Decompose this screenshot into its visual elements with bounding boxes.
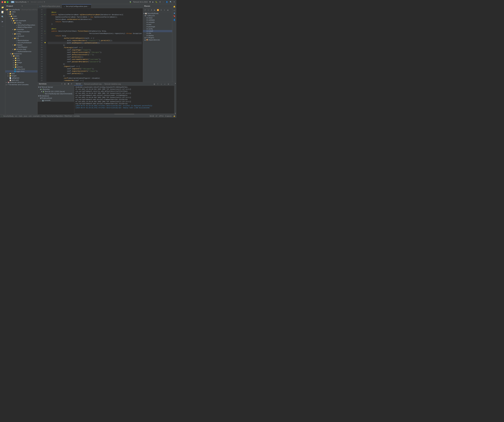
log-tab-catalina[interactable]: Tomcat Catalina Log — [103, 82, 122, 86]
maven-test[interactable]: ⚙ test — [143, 23, 172, 26]
tree-account[interactable]: ☕ Account — [5, 35, 37, 37]
maven-deploy[interactable]: ⚙ deploy — [143, 34, 172, 37]
sidebar-more-icon[interactable]: ⋯ — [0, 24, 5, 28]
tree-js[interactable]: ▶ 📁 js — [5, 64, 37, 66]
ai-icon[interactable]: ✦ — [174, 1, 175, 3]
services-war[interactable]: ✓ SecurityStudy:war [Synchronized] — [38, 93, 74, 95]
bookmarks-icon[interactable]: 🔖 — [173, 14, 176, 18]
log-tab-tomcat-localhost[interactable]: Tomcat Localhost Log — [83, 82, 103, 86]
maven-verify[interactable]: ⚙ verify — [143, 28, 172, 30]
tree-resources[interactable]: ▼ 📂 resources — [5, 53, 37, 55]
log-up-btn[interactable]: ▲ — [175, 82, 176, 84]
tree-authorizeservice[interactable]: ☕ AuthorizeService — [5, 50, 37, 53]
sidebar-project-icon[interactable]: 📁 — [0, 5, 5, 9]
maven-package[interactable]: ⚙ package — [143, 26, 172, 28]
notifications-icon[interactable]: 🔔 — [173, 5, 176, 8]
gutter-38[interactable]: ▶ — [44, 13, 46, 16]
tree-root[interactable]: ▼ 📂 SecurityStudy ~/Desktop/CS/JavaEE/4 … — [5, 9, 37, 11]
tab-webconfig[interactable]: ☕ WebConfiguration.java — [38, 4, 62, 8]
person-icon[interactable]: 👤 — [173, 18, 176, 21]
menu-dots[interactable]: ⋯ — [162, 1, 164, 3]
tab-menu-icon[interactable]: ⋯ — [140, 6, 142, 8]
tab-secconfig[interactable]: ☕ SecurityConfiguration.java ✕ — [62, 4, 91, 8]
tree-pomxml[interactable]: 📋 pom.xml — [5, 79, 37, 81]
services-database[interactable]: ▼ 🗄 Database — [38, 95, 74, 97]
services-stop-all-btn[interactable]: ⏹ — [67, 82, 70, 86]
maven-clean[interactable]: ⚙ clean — [143, 17, 172, 19]
maven-add-btn[interactable]: + — [147, 9, 150, 12]
tomcat-name[interactable]: Tomcat 10.1.2322 — [133, 1, 148, 3]
status-encoding[interactable]: UTF-8 — [159, 115, 163, 117]
log-clear-btn[interactable]: 🗑 — [153, 83, 156, 86]
maven-refresh-btn[interactable]: ↺ — [144, 9, 146, 12]
tree-controller[interactable]: ▼ 📂 controller — [5, 28, 37, 31]
tomcat-chevron[interactable]: ▼ — [150, 1, 151, 3]
minimize-button[interactable] — [4, 1, 6, 3]
tree-webconfig[interactable]: ☕ WebConfiguration — [5, 26, 37, 28]
services-running[interactable]: ▼ ▶ Running — [38, 88, 74, 90]
log-scroll-bottom-btn[interactable]: ↓ — [160, 83, 163, 86]
gutter-45[interactable]: ▶ — [44, 30, 46, 32]
maven-icon-bar[interactable]: m — [173, 9, 176, 12]
log-filter-btn[interactable]: ⋯ — [170, 83, 173, 86]
project-chevron[interactable]: ▼ — [22, 5, 36, 7]
debug-icon[interactable]: 🐛 — [156, 1, 157, 3]
tree-loginhtml[interactable]: 🌐 login.html — [5, 70, 37, 73]
tree-image[interactable]: ▶ 📁 image — [5, 61, 37, 64]
tree-extlibs[interactable]: ▶ 📚 External Libraries — [5, 81, 37, 84]
sidebar-vcs-icon[interactable]: 📝 — [0, 10, 5, 14]
maven-settings-btn[interactable]: ⚙ — [160, 9, 163, 12]
tree-java[interactable]: ▼ 📂 java — [5, 17, 37, 19]
services-tomcat-server[interactable]: ▼ 🖥 Tomcat Server — [38, 86, 74, 88]
tree-static[interactable]: ▼ 📂 static — [5, 55, 37, 57]
tree-target[interactable]: ▶ 📁 target — [5, 75, 37, 77]
tree-comexample[interactable]: ▼ 📂 com.example — [5, 19, 37, 22]
sidebar-run-icon[interactable]: ▶ — [0, 19, 5, 24]
log-wrap-btn[interactable]: ↩ — [163, 83, 166, 86]
maven-collapse-btn[interactable]: ◀ — [166, 9, 169, 12]
tree-scratches[interactable]: ▶ ✏️ Scratches and Consoles — [5, 84, 37, 86]
chevron-icon[interactable]: ▼ — [27, 1, 29, 3]
services-tomcat-instance[interactable]: ▼ 🍃 Tomcat 10.1.2322 [local] — [38, 90, 74, 93]
tree-secinit[interactable]: ☕ SecurityInitializer — [5, 42, 37, 44]
maven-run-btn[interactable]: ▶ — [153, 9, 156, 12]
maven-site[interactable]: ⚙ site — [143, 32, 172, 34]
log-scrollbar-thumb[interactable] — [114, 114, 134, 114]
tree-font[interactable]: ▶ 📁 font — [5, 59, 37, 61]
maven-download-btn[interactable]: ⬇ — [150, 9, 153, 12]
maven-install[interactable]: ⚙ install — [143, 30, 172, 32]
tree-maininit[interactable]: ☕ MainInitializer — [5, 39, 37, 42]
status-git-icon[interactable]: 🔒 — [173, 115, 175, 117]
tree-main[interactable]: ▼ 📂 main — [5, 15, 37, 17]
services-run-all-btn[interactable]: ▶ — [64, 82, 66, 86]
tree-config[interactable]: ▼ 📂 config — [5, 22, 37, 24]
tree-src[interactable]: ▼ 📂 src — [5, 13, 37, 15]
maven-compile[interactable]: ⚙ compile — [143, 21, 172, 23]
search-icon[interactable]: 🔍 — [170, 1, 172, 3]
services-settings-btn[interactable]: ⚙ — [70, 82, 73, 86]
tree-serviceimpl[interactable]: ▼ 📂 service.impl — [5, 48, 37, 50]
close-button[interactable] — [1, 1, 3, 3]
breadcrumb[interactable]: SecurityStudy › src › main › java › com … — [3, 115, 80, 117]
code-content[interactable]: @Bean public SqlSessionFactoryBean sqlSe… — [46, 8, 143, 82]
vc-chevron-icon[interactable]: ▼ — [44, 1, 45, 3]
status-position[interactable]: 50:18 — [150, 115, 154, 117]
tree-css[interactable]: ▶ 📁 css — [5, 57, 37, 59]
log-tab-server[interactable]: Server — [74, 82, 83, 86]
maven-dependencies[interactable]: ▶ 📦 Dependencies — [143, 39, 172, 41]
tree-gitignore[interactable]: 📄 .gitignore — [5, 77, 37, 79]
close-tab-icon[interactable]: ✕ — [88, 6, 89, 7]
maven-project-root[interactable]: ▼ 📋 SecurityStudy — [143, 12, 172, 15]
tree-entity[interactable]: ▼ 📂 entity — [5, 33, 37, 35]
log-scroll-top-btn[interactable]: ↑ — [156, 83, 159, 86]
run-icon[interactable]: ▶ — [152, 1, 154, 3]
status-linesep[interactable]: LF — [156, 115, 157, 117]
tree-picture[interactable]: ▶ 📁 picture — [5, 66, 37, 68]
tree-indexhtml[interactable]: 🌐 index.html — [5, 68, 37, 70]
account-icon[interactable]: 👤 — [166, 1, 168, 3]
gutter-50[interactable]: 💡 — [44, 42, 46, 44]
services-console[interactable]: 💻 console — [38, 99, 74, 101]
log-down-btn[interactable]: ▼ — [175, 113, 176, 114]
tree-usermapper[interactable]: ☕ UserMapper — [5, 46, 37, 48]
settings-icon[interactable]: ⚙ — [159, 1, 161, 3]
